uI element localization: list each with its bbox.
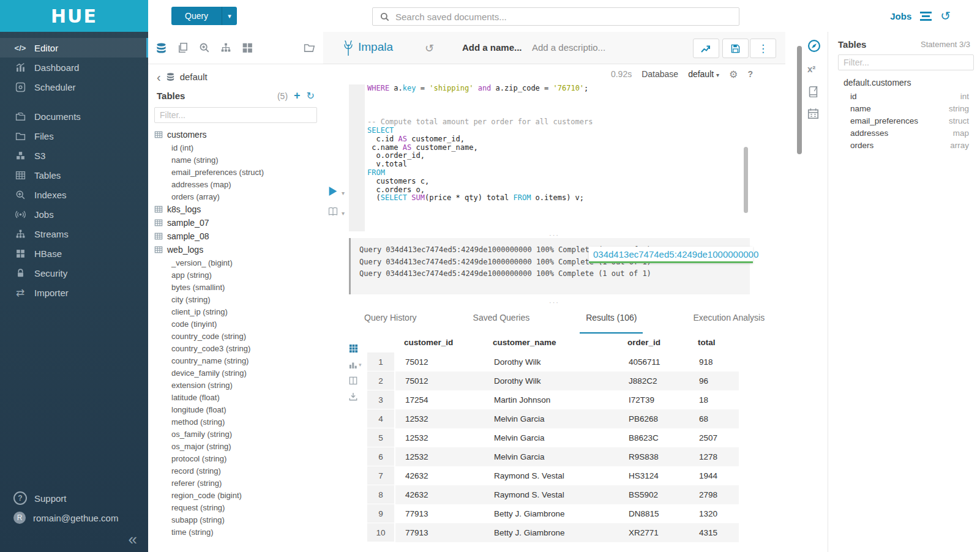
sql-editor[interactable]: 15 WHERE a.key = 'shipping' and a.zip_co… [323, 84, 785, 231]
column-row[interactable]: code (tinyint) [154, 318, 323, 330]
save-button[interactable] [722, 39, 749, 58]
new-query-button[interactable]: Query ▾ [171, 7, 237, 25]
more-actions-button[interactable]: ⋮ [750, 39, 776, 58]
column-row[interactable]: city (string) [154, 293, 323, 305]
sidebar-item-indexes[interactable]: Indexes [0, 185, 148, 204]
run-options-caret[interactable]: ▾ [342, 190, 345, 196]
table-row[interactable]: k8s_logs [154, 203, 323, 216]
column-row[interactable]: country_code3 (string) [154, 342, 323, 354]
column-row[interactable]: time (string) [154, 526, 323, 537]
column-row[interactable]: country_name (string) [154, 354, 323, 367]
table-row[interactable]: 4 12532 Melvin Garcia PB6268 68 [367, 409, 738, 428]
right-filter-input[interactable] [839, 58, 973, 67]
column-row[interactable]: _version_ (bigint) [154, 256, 323, 269]
sidebar-item-streams[interactable]: Streams [0, 224, 148, 244]
table-row[interactable]: 7 42632 Raymond S. Vestal HS3124 1944 [367, 466, 738, 485]
editor-help-icon[interactable]: ? [747, 69, 753, 79]
refresh-icon[interactable]: ↻ [307, 90, 315, 102]
tab[interactable]: Saved Queries [467, 309, 536, 334]
code-line[interactable]: 18 [323, 110, 785, 118]
table-row[interactable]: sample_08 [154, 229, 323, 243]
column-header[interactable]: order_id [618, 338, 688, 347]
column-row[interactable]: id int [828, 90, 980, 102]
sidebar-item-dashboard[interactable]: Dashboard [0, 58, 148, 77]
code-line[interactable]: 16 [323, 93, 785, 102]
table-row[interactable]: customers [154, 128, 323, 141]
code-line[interactable]: 23 o.order_id, [323, 152, 785, 160]
column-row[interactable]: name string [828, 102, 980, 114]
sidebar-item-security[interactable]: Security [0, 263, 148, 283]
table-row[interactable]: 1 75012 Dorothy Wilk 4056711 918 [367, 352, 738, 371]
column-row[interactable]: country_code (string) [154, 330, 323, 342]
code-line[interactable]: 15 WHERE a.key = 'shipping' and a.zip_co… [323, 84, 785, 93]
editor-scrollbar[interactable] [744, 147, 748, 213]
active-table-name[interactable]: default.customers [843, 78, 911, 88]
resize-handle[interactable]: ··· [323, 299, 785, 305]
collapse-sidebar-icon[interactable]: « [129, 531, 137, 547]
support-link[interactable]: ? Support [0, 488, 148, 508]
query-dropdown-caret[interactable]: ▾ [222, 7, 237, 25]
sidebar-item-files[interactable]: Files [0, 126, 148, 146]
column-row[interactable]: app (string) [154, 269, 323, 281]
sidebar-item-jobs[interactable]: Jobs [0, 204, 148, 224]
engine-name[interactable]: Impala [358, 40, 393, 54]
tab[interactable]: Results (106) [580, 309, 643, 334]
documents-assist-icon[interactable] [178, 42, 189, 53]
open-folder-icon[interactable] [304, 42, 316, 53]
database-selector[interactable]: default ▾ [688, 69, 719, 79]
table-filter-input[interactable] [155, 110, 316, 120]
current-database[interactable]: default [180, 72, 208, 82]
column-row[interactable]: referer (string) [154, 477, 323, 489]
jobs-link[interactable]: Jobs [890, 11, 911, 21]
table-filter[interactable] [154, 107, 317, 123]
user-menu[interactable]: R romain@gethue.com [0, 508, 148, 528]
page-scrollbar[interactable] [797, 46, 802, 154]
table-row[interactable]: web_logs [154, 243, 323, 256]
presentation-mode-icon[interactable] [328, 207, 338, 216]
query-button-label[interactable]: Query [171, 7, 222, 25]
hue-logo[interactable]: HUE [0, 0, 148, 32]
sidebar-item-s3[interactable]: S3 [0, 146, 148, 165]
table-row[interactable]: 6 12532 Melvin Garcia R9S838 1278 [367, 447, 738, 466]
query-id-popover[interactable]: 034d413ec7474ed5:4249de1000000000 [589, 247, 753, 263]
back-chevron-icon[interactable]: ‹ [157, 73, 161, 81]
table-row[interactable]: 2 75012 Dorothy Wilk J882C2 96 [367, 371, 738, 390]
db-sources-icon[interactable] [155, 42, 167, 54]
column-row[interactable]: extension (string) [154, 379, 323, 391]
code-line[interactable]: 28 (SELECT SUM(price * qty) total FROM o… [323, 194, 785, 203]
column-row[interactable]: email_preferences (struct) [154, 166, 323, 178]
column-row[interactable]: addresses map [828, 127, 980, 139]
tab[interactable]: Execution Analysis [687, 309, 771, 334]
code-line[interactable]: 19 -- Compute total amount per order for… [323, 118, 785, 127]
column-row[interactable]: device_family (string) [154, 367, 323, 379]
run-query-button[interactable] [328, 186, 338, 196]
column-header[interactable]: total [688, 338, 738, 347]
global-search[interactable] [372, 7, 739, 26]
apps-grid-icon[interactable] [242, 42, 253, 53]
column-row[interactable]: bytes (smallint) [154, 281, 323, 293]
table-row[interactable]: sample_07 [154, 216, 323, 229]
sidebar-item-scheduler[interactable]: Scheduler [0, 77, 148, 97]
sidebar-item-tables[interactable]: Tables [0, 165, 148, 185]
table-row[interactable]: 3 17254 Martin Johnson I72T39 18 [367, 390, 738, 409]
zoom-icon[interactable] [199, 42, 210, 53]
column-row[interactable]: os_major (string) [154, 440, 323, 452]
functions-icon[interactable]: x² [807, 64, 815, 74]
download-icon[interactable] [349, 392, 357, 401]
table-row[interactable]: 8 42632 Raymond S. Vestal BS5902 2798 [367, 485, 738, 504]
column-header[interactable]: customer_id [394, 338, 483, 347]
search-input[interactable] [394, 11, 739, 23]
assistant-compass-icon[interactable] [807, 39, 821, 53]
column-row[interactable]: protocol (string) [154, 452, 323, 464]
code-line[interactable]: 27 c.orders o, [323, 186, 785, 195]
sidebar-item-editor[interactable]: </> Editor [0, 38, 148, 58]
column-row[interactable]: orders array [828, 139, 980, 151]
query-name-field[interactable]: Add a name... [462, 42, 522, 53]
column-row[interactable]: subapp (string) [154, 513, 323, 526]
column-row[interactable]: email_preferences struct [828, 114, 980, 127]
table-row[interactable]: 5 12532 Melvin Garcia B8623C 2507 [367, 428, 738, 447]
language-reference-icon[interactable] [807, 86, 819, 97]
presentation-options-caret[interactable]: ▾ [342, 210, 345, 217]
column-row[interactable]: longitude (float) [154, 403, 323, 416]
table-row[interactable]: 10 77913 Betty J. Giambrone XR2771 4315 [367, 523, 738, 542]
